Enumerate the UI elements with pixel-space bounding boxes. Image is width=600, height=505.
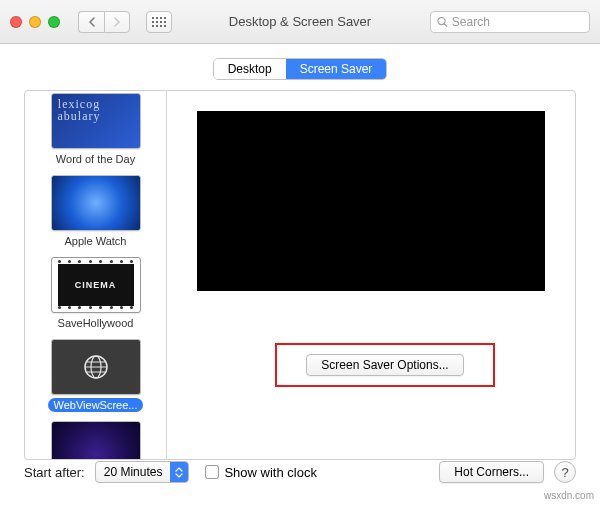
list-item[interactable]: WebViewScree... bbox=[31, 339, 160, 415]
svg-rect-5 bbox=[156, 21, 158, 23]
svg-rect-10 bbox=[160, 25, 162, 27]
tab-screen-saver[interactable]: Screen Saver bbox=[286, 59, 387, 79]
show-all-button[interactable] bbox=[146, 11, 172, 33]
hot-corners-button[interactable]: Hot Corners... bbox=[439, 461, 544, 483]
tab-bar: Desktop Screen Saver bbox=[0, 44, 600, 90]
checkbox-box-icon bbox=[205, 465, 219, 479]
nav-segment bbox=[78, 11, 130, 33]
thumbnail-word-of-the-day bbox=[51, 93, 141, 149]
tab-segment: Desktop Screen Saver bbox=[213, 58, 388, 80]
svg-rect-0 bbox=[152, 17, 154, 19]
stepper-arrows-icon bbox=[170, 462, 188, 482]
thumbnail-random bbox=[51, 421, 141, 459]
list-item-label: WebViewScree... bbox=[48, 398, 144, 412]
titlebar: Desktop & Screen Saver bbox=[0, 0, 600, 44]
search-icon bbox=[437, 16, 448, 28]
thumbnail-webview bbox=[51, 339, 141, 395]
zoom-icon[interactable] bbox=[48, 16, 60, 28]
screen-saver-options-button[interactable]: Screen Saver Options... bbox=[306, 354, 463, 376]
list-item[interactable]: CINEMA SaveHollywood bbox=[31, 257, 160, 333]
show-with-clock-label: Show with clock bbox=[224, 465, 316, 480]
svg-rect-9 bbox=[156, 25, 158, 27]
svg-rect-1 bbox=[156, 17, 158, 19]
show-with-clock-checkbox[interactable]: Show with clock bbox=[205, 465, 316, 480]
highlight-box: Screen Saver Options... bbox=[275, 343, 495, 387]
minimize-icon[interactable] bbox=[29, 16, 41, 28]
svg-rect-8 bbox=[152, 25, 154, 27]
chevron-right-icon bbox=[113, 17, 121, 27]
cinema-text: CINEMA bbox=[58, 264, 134, 306]
list-item[interactable]: Apple Watch bbox=[31, 175, 160, 251]
svg-rect-3 bbox=[164, 17, 166, 19]
search-input[interactable] bbox=[452, 15, 583, 29]
globe-icon bbox=[83, 354, 109, 380]
list-item-label: SaveHollywood bbox=[52, 316, 140, 330]
thumbnail-savehollywood: CINEMA bbox=[51, 257, 141, 313]
footer: Start after: 20 Minutes Show with clock … bbox=[24, 461, 576, 483]
preview-area: Screen Saver Options... bbox=[167, 91, 575, 459]
chevron-left-icon bbox=[88, 17, 96, 27]
window-title: Desktop & Screen Saver bbox=[229, 14, 371, 29]
svg-rect-2 bbox=[160, 17, 162, 19]
back-button[interactable] bbox=[78, 11, 104, 33]
svg-rect-7 bbox=[164, 21, 166, 23]
thumbnail-apple-watch bbox=[51, 175, 141, 231]
screensaver-preview bbox=[197, 111, 545, 291]
tab-desktop[interactable]: Desktop bbox=[214, 59, 286, 79]
watermark: wsxdn.com bbox=[544, 490, 594, 501]
close-icon[interactable] bbox=[10, 16, 22, 28]
list-item[interactable]: Word of the Day bbox=[31, 93, 160, 169]
svg-rect-4 bbox=[152, 21, 154, 23]
svg-rect-11 bbox=[164, 25, 166, 27]
main-panel: Word of the Day Apple Watch CINEMA SaveH… bbox=[24, 90, 576, 460]
start-after-label: Start after: bbox=[24, 465, 85, 480]
screensaver-list[interactable]: Word of the Day Apple Watch CINEMA SaveH… bbox=[25, 91, 167, 459]
grid-icon bbox=[152, 17, 166, 27]
svg-rect-6 bbox=[160, 21, 162, 23]
forward-button[interactable] bbox=[104, 11, 130, 33]
svg-line-13 bbox=[444, 23, 447, 26]
help-button[interactable]: ? bbox=[554, 461, 576, 483]
start-after-select[interactable]: 20 Minutes bbox=[95, 461, 190, 483]
search-field[interactable] bbox=[430, 11, 590, 33]
list-item[interactable]: Random bbox=[31, 421, 160, 459]
window-controls bbox=[10, 16, 60, 28]
list-item-label: Word of the Day bbox=[50, 152, 141, 166]
list-item-label: Apple Watch bbox=[59, 234, 133, 248]
start-after-value: 20 Minutes bbox=[96, 465, 171, 479]
